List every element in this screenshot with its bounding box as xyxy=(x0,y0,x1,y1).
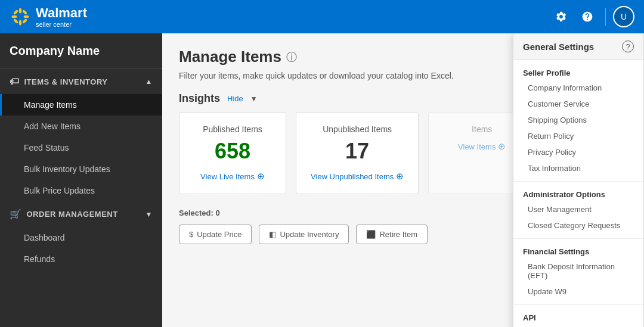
sidebar: Company Name 🏷 ITEMS & INVENTORY ▲ Manag… xyxy=(0,33,162,327)
administrator-options-section: Administrator Options User Management Cl… xyxy=(513,182,643,239)
api-title: API xyxy=(513,310,643,325)
brand-text-wrap: Walmart seller center xyxy=(36,5,87,28)
user-management-link[interactable]: User Management xyxy=(513,201,643,217)
items-label: Items xyxy=(443,124,521,134)
nav-section-title-wrap: 🏷 ITEMS & INVENTORY xyxy=(10,76,107,87)
avatar-initial: U xyxy=(621,12,627,21)
header-actions: U xyxy=(550,6,634,27)
update-inventory-button[interactable]: ◧ Update Inventory xyxy=(259,225,349,244)
published-items-value: 658 xyxy=(194,139,271,164)
privacy-policy-link[interactable]: Privacy Policy xyxy=(513,144,643,160)
published-items-label: Published Items xyxy=(194,124,271,134)
cart-icon: 🛒 xyxy=(10,208,22,220)
nav-section-order-management-header[interactable]: 🛒 ORDER MANAGEMENT ▼ xyxy=(0,201,162,227)
header-divider xyxy=(605,8,606,26)
general-settings-dropdown: General Settings ? Seller Profile Compan… xyxy=(513,33,644,327)
seller-profile-section: Seller Profile Company Information Custo… xyxy=(513,60,643,182)
unpublished-items-value: 17 xyxy=(311,139,404,164)
nav-section-order-title-wrap: 🛒 ORDER MANAGEMENT xyxy=(10,208,118,220)
help-button[interactable] xyxy=(577,6,598,27)
svg-point-1 xyxy=(19,8,21,14)
company-name: Company Name xyxy=(10,44,100,57)
unpublished-items-card: Unpublished Items 17 View Unpublished It… xyxy=(296,112,419,194)
shipping-options-link[interactable]: Shipping Options xyxy=(513,112,643,128)
view-unpublished-items-link[interactable]: View Unpublished Items ⊕ xyxy=(311,171,404,182)
company-name-section: Company Name xyxy=(0,33,162,69)
customer-service-link[interactable]: Customer Service xyxy=(513,96,643,112)
nav-section-items-inventory: 🏷 ITEMS & INVENTORY ▲ Manage Items Add N… xyxy=(0,69,162,201)
nav-section-items-label: ITEMS & INVENTORY xyxy=(24,77,108,86)
tax-information-link[interactable]: Tax Information xyxy=(513,160,643,176)
archive-icon: ⬛ xyxy=(366,230,376,239)
main-content: Manage Items ⓘ Filter your items, make q… xyxy=(162,33,644,327)
nav-section-order-label: ORDER MANAGEMENT xyxy=(27,210,118,219)
hide-link[interactable]: Hide xyxy=(227,94,243,103)
brand-sub: seller center xyxy=(36,21,87,28)
view-items-link[interactable]: View Items ⊕ xyxy=(443,141,521,152)
retire-item-button[interactable]: ⬛ Retire Item xyxy=(356,225,428,244)
sidebar-item-add-new-items[interactable]: Add New Items xyxy=(0,116,162,137)
circle-arrow-icon-2: ⊕ xyxy=(396,171,404,182)
sidebar-item-bulk-price[interactable]: Bulk Price Updates xyxy=(0,180,162,201)
settings-button[interactable] xyxy=(550,6,572,27)
gear-icon xyxy=(555,11,567,23)
main-layout: Company Name 🏷 ITEMS & INVENTORY ▲ Manag… xyxy=(0,33,644,327)
page-title: Manage Items xyxy=(179,48,281,66)
chevron-up-icon: ▲ xyxy=(145,77,153,86)
dropdown-title: General Settings xyxy=(523,42,594,52)
financial-settings-section: Financial Settings Bank Deposit Informat… xyxy=(513,239,643,305)
nav-section-items-inventory-header[interactable]: 🏷 ITEMS & INVENTORY ▲ xyxy=(0,69,162,94)
seller-profile-title: Seller Profile xyxy=(513,65,643,80)
circle-arrow-icon: ⊕ xyxy=(257,171,265,182)
dropdown-header: General Settings ? xyxy=(513,33,643,60)
company-information-link[interactable]: Company Information xyxy=(513,80,643,96)
header: Walmart seller center U xyxy=(0,0,644,33)
update-w9-link[interactable]: Update W9 xyxy=(513,284,643,300)
avatar[interactable]: U xyxy=(613,6,634,27)
update-price-button[interactable]: $ Update Price xyxy=(179,225,252,244)
financial-settings-title: Financial Settings xyxy=(513,244,643,259)
logo: Walmart seller center xyxy=(10,5,87,28)
dollar-icon: $ xyxy=(189,230,193,239)
chevron-insights-icon: ▼ xyxy=(250,95,258,103)
dropdown-help-icon[interactable]: ? xyxy=(622,41,634,52)
svg-point-3 xyxy=(12,15,17,18)
tag-icon: 🏷 xyxy=(10,76,20,87)
walmart-spark-icon xyxy=(10,6,31,27)
brand-name: Walmart xyxy=(36,5,87,20)
question-icon xyxy=(581,11,593,23)
circle-arrow-icon-3: ⊕ xyxy=(498,141,506,152)
chevron-down-icon: ▼ xyxy=(145,210,153,219)
administrator-options-title: Administrator Options xyxy=(513,186,643,201)
published-items-card: Published Items 658 View Live Items ⊕ xyxy=(179,112,286,194)
sidebar-item-manage-items[interactable]: Manage Items xyxy=(0,94,162,116)
svg-point-2 xyxy=(19,20,21,26)
bank-deposit-link[interactable]: Bank Deposit Information (EFT) xyxy=(513,259,643,284)
sidebar-item-feed-status[interactable]: Feed Status xyxy=(0,137,162,158)
sidebar-item-dashboard[interactable]: Dashboard xyxy=(0,227,162,248)
svg-point-4 xyxy=(24,15,29,18)
view-live-items-link[interactable]: View Live Items ⊕ xyxy=(194,171,271,182)
consumer-ids-link[interactable]: Consumer IDs & Secret Keys xyxy=(513,325,643,327)
box-icon: ◧ xyxy=(269,230,276,239)
sidebar-item-refunds[interactable]: Refunds xyxy=(0,248,162,270)
closed-category-requests-link[interactable]: Closed Category Requests xyxy=(513,217,643,233)
insights-title: Insights xyxy=(179,92,220,105)
page-help-icon[interactable]: ⓘ xyxy=(286,50,297,64)
sidebar-item-bulk-inventory[interactable]: Bulk Inventory Updates xyxy=(0,158,162,180)
api-section: API Consumer IDs & Secret Keys xyxy=(513,305,643,327)
nav-section-order-management: 🛒 ORDER MANAGEMENT ▼ Dashboard Refunds xyxy=(0,201,162,270)
return-policy-link[interactable]: Return Policy xyxy=(513,128,643,144)
unpublished-items-label: Unpublished Items xyxy=(311,124,404,134)
